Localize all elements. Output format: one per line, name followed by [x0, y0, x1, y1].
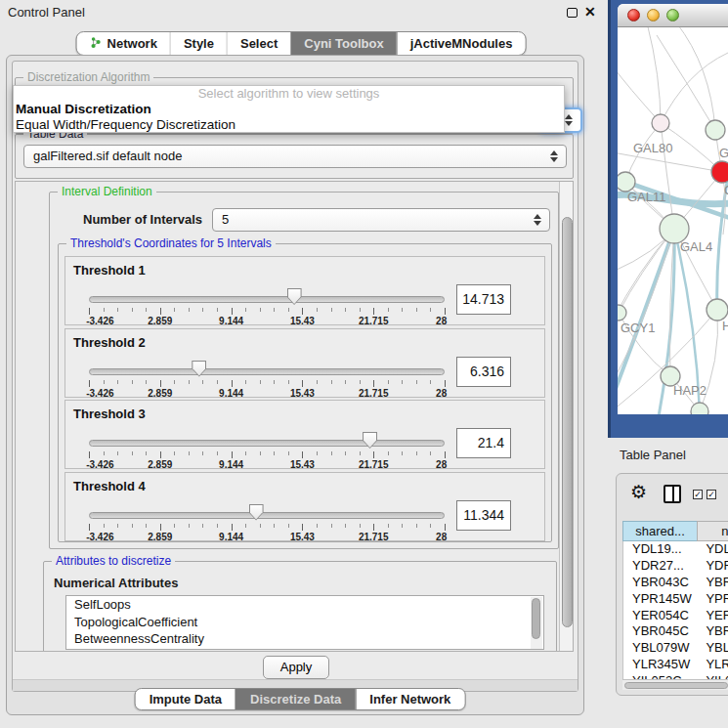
table-cell: YPR1	[697, 591, 728, 608]
table-hscrollbar-thumb[interactable]	[624, 682, 728, 689]
network-node-gcy1[interactable]	[618, 305, 626, 321]
table-row[interactable]: YDL19...YDL1	[623, 541, 728, 558]
slider-track[interactable]	[89, 440, 445, 447]
threshold-label: Threshold 1	[73, 263, 146, 278]
table-row[interactable]: YBL079WYBL0	[623, 640, 728, 657]
slider-track[interactable]	[89, 512, 445, 519]
table-cell: YER054C	[623, 608, 697, 624]
control-panel-titlebar: Control Panel ✕	[0, 0, 606, 25]
panel-scrollbar[interactable]	[559, 182, 573, 651]
table-row[interactable]: YLR345WYLR3	[623, 657, 728, 673]
table-row[interactable]: YPR145WYPR1	[623, 591, 728, 608]
attribute-item[interactable]: BetweennessCentrality	[66, 630, 543, 648]
slider-track[interactable]	[89, 368, 445, 375]
threshold-slider[interactable]: -3.4262.8599.14415.4321.71528	[89, 428, 445, 469]
tab-jactivemnodules[interactable]: jActiveMNodules	[397, 32, 526, 55]
numerical-attributes-list[interactable]: SelfLoopsTopologicalCoefficientBetweenne…	[65, 595, 544, 650]
close-traffic-light-icon[interactable]	[627, 9, 640, 21]
dropdown-item-equal-width-frequency[interactable]: Equal Width/Frequency Discretization	[14, 117, 564, 133]
split-pane-icon[interactable]	[664, 485, 681, 503]
node-label: HAP2	[673, 383, 707, 398]
number-of-intervals-combobox[interactable]: 5	[212, 208, 550, 232]
tick-label: 15.43	[290, 316, 315, 326]
number-of-intervals-value: 5	[222, 209, 229, 231]
threshold-slider[interactable]: -3.4262.8599.14415.4321.71528	[89, 284, 445, 325]
attribute-item[interactable]: SelfLoops	[66, 596, 543, 614]
table-data-combobox[interactable]: galFiltered.sif default node	[23, 145, 567, 168]
network-node-g[interactable]	[706, 120, 725, 140]
column-header[interactable]: shared...	[622, 521, 697, 541]
network-node-c[interactable]	[711, 161, 728, 183]
network-node-gal80[interactable]	[652, 114, 669, 132]
checkbox-icon[interactable]: ✓	[693, 490, 703, 499]
table-data-group: Table Data galFiltered.sif default node	[15, 134, 574, 179]
table-cell: YDR2	[697, 558, 728, 575]
table-cell: YBR0	[697, 575, 728, 591]
thresholds-group: Threshold's Coordinates for 5 Intervals …	[58, 243, 552, 542]
tab-impute-data[interactable]: Impute Data	[136, 689, 236, 709]
table-cell: YPR145W	[623, 591, 697, 608]
column-header[interactable]: na	[697, 521, 728, 541]
control-panel: Control Panel ✕ NetworkStyleSelectCyni T…	[0, 0, 606, 728]
tab-cyni-toolbox[interactable]: Cyni Toolbox	[290, 32, 396, 55]
tick-label: -3.426	[86, 532, 113, 542]
slider-track[interactable]	[89, 296, 445, 303]
node-label: GAL80	[633, 141, 672, 155]
network-view-window: GAL80GCGAL11GAL4GCY1HHAP2	[618, 4, 728, 414]
float-window-icon[interactable]	[567, 8, 578, 18]
table-cell: YDL19...	[623, 541, 697, 558]
threshold-slider[interactable]: -3.4262.8599.14415.4321.71528	[89, 357, 445, 398]
close-icon[interactable]: ✕	[584, 4, 596, 20]
attributes-group: Attributes to discretize Numerical Attri…	[43, 561, 557, 652]
attributes-items: SelfLoopsTopologicalCoefficientBetweenne…	[66, 596, 543, 648]
network-node-gal11[interactable]	[618, 172, 635, 192]
list-scrollbar[interactable]	[531, 597, 542, 649]
threshold-block: Threshold 2 -3.4262.8599.14415.4321.7152…	[64, 328, 545, 398]
threshold-slider[interactable]: -3.4262.8599.14415.4321.71528	[89, 500, 445, 541]
network-window-titlebar	[618, 4, 728, 27]
tick-label: 2.859	[148, 316, 172, 326]
apply-button[interactable]: Apply	[263, 656, 329, 679]
tab-style[interactable]: Style	[170, 32, 227, 55]
node-label: C	[724, 183, 728, 197]
tab-infer-network[interactable]: Infer Network	[355, 689, 464, 709]
attribute-item[interactable]: TopologicalCoefficient	[66, 614, 543, 631]
gear-icon[interactable]: ⚙	[630, 482, 647, 503]
table-row[interactable]: YER054CYER0	[623, 608, 728, 624]
threshold-value-box[interactable]: 14.713	[456, 284, 511, 315]
network-canvas[interactable]: GAL80GCGAL11GAL4GCY1HHAP2	[618, 27, 728, 414]
table-row[interactable]: YDR27...YDR2	[623, 558, 728, 575]
table-cell: YDR27...	[623, 558, 697, 575]
algorithm-dropdown-popup: Select algorithm to view settings Manual…	[13, 85, 565, 133]
tab-select[interactable]: Select	[227, 32, 290, 55]
tab-network[interactable]: Network	[77, 32, 170, 55]
tick-label: 21.715	[359, 388, 389, 399]
threshold-value-box[interactable]: 6.316	[456, 357, 511, 387]
tick-label: -3.426	[86, 388, 113, 399]
numerical-attributes-label: Numerical Attributes	[54, 576, 178, 590]
tick-label: 28	[436, 388, 447, 399]
tick-row	[89, 308, 445, 316]
tick-labels: -3.4262.8599.14415.4321.71528	[89, 388, 445, 399]
list-scrollbar-thumb[interactable]	[532, 598, 540, 639]
tick-row	[89, 451, 445, 459]
zoom-traffic-light-icon[interactable]	[666, 9, 679, 21]
tab-discretize-data[interactable]: Discretize Data	[236, 689, 355, 709]
minimize-traffic-light-icon[interactable]	[647, 9, 660, 21]
dropdown-item-manual-discretization[interactable]: Manual Discretization	[14, 102, 564, 117]
combo-stepper-icon	[550, 150, 559, 163]
threshold-value-box[interactable]: 21.4	[456, 428, 511, 458]
table-row[interactable]: YBR043CYBR0	[623, 575, 728, 591]
panel-scrollbar-thumb[interactable]	[562, 217, 573, 627]
network-node-h[interactable]	[707, 299, 728, 321]
tick-label: -3.426	[86, 459, 113, 470]
network-node[interactable]	[691, 403, 708, 414]
tick-label: 9.144	[219, 532, 243, 542]
threshold-value-box[interactable]: 11.344	[456, 500, 511, 531]
table-horizontal-scrollbar[interactable]	[622, 679, 728, 690]
tick-label: 15.43	[290, 459, 315, 470]
node-label: GAL11	[627, 190, 666, 204]
checkbox-icon[interactable]: ✓	[707, 490, 716, 499]
tick-label: -3.426	[86, 316, 113, 326]
table-row[interactable]: YBR045CYBR0	[623, 623, 728, 640]
